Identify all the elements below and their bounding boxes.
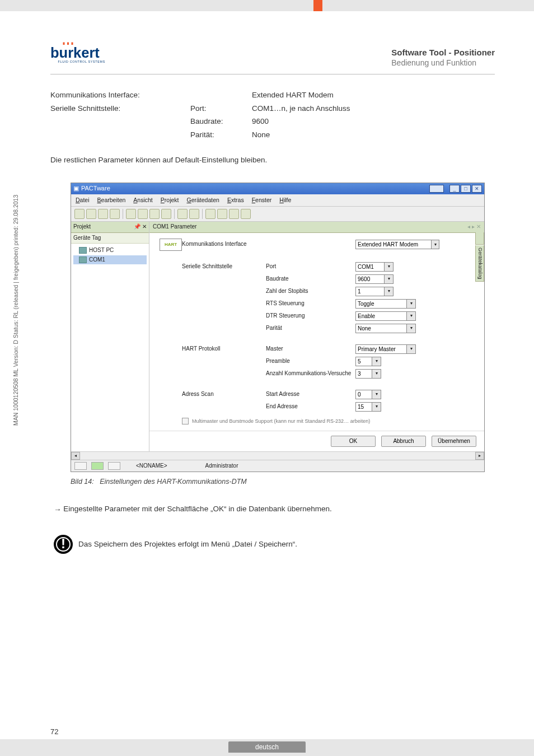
chevron-down-icon[interactable]: ▾ bbox=[385, 274, 394, 284]
intro-port-label: Port: bbox=[190, 103, 252, 114]
hart-icon: HART bbox=[160, 239, 182, 251]
toolbar-button[interactable] bbox=[229, 209, 239, 219]
menu-fenster[interactable]: Fenster bbox=[252, 196, 272, 204]
field-end[interactable]: ▾ bbox=[355, 402, 439, 412]
field-retries[interactable]: ▾ bbox=[355, 369, 439, 379]
horizontal-scrollbar[interactable]: ◂ ▸ bbox=[71, 451, 484, 460]
menu-datei[interactable]: Datei bbox=[76, 196, 90, 204]
toolbar-button[interactable] bbox=[205, 209, 216, 219]
chevron-down-icon[interactable]: ▾ bbox=[407, 311, 416, 321]
status-noname: <NONAME> bbox=[136, 462, 167, 470]
intro-note: Die restlichen Parameter können auf Defa… bbox=[50, 155, 495, 166]
chevron-down-icon[interactable]: ▾ bbox=[372, 390, 381, 399]
toolbar-button[interactable] bbox=[177, 209, 188, 219]
intro-serial-label: Serielle Schnittstelle: bbox=[50, 103, 190, 114]
menu-bearbeiten[interactable]: Bearbeiten bbox=[97, 196, 126, 204]
chevron-down-icon[interactable]: ▾ bbox=[407, 299, 416, 309]
toolbar-button[interactable] bbox=[217, 209, 227, 219]
label-preamble: Preamble bbox=[266, 357, 355, 366]
menu-ansicht[interactable]: Ansicht bbox=[133, 196, 152, 204]
chevron-down-icon[interactable]: ▾ bbox=[385, 287, 394, 296]
multimaster-checkbox-row[interactable]: Multimaster und Burstmode Support (kann … bbox=[182, 418, 439, 425]
status-role: Administrator bbox=[205, 462, 238, 470]
scroll-left-icon[interactable]: ◂ bbox=[71, 452, 80, 460]
project-tree-panel: Projekt📌 ✕ Geräte Tag HOST PC COM1 bbox=[71, 222, 149, 451]
app-icon: ▣ bbox=[73, 184, 79, 193]
status-indicator-icon bbox=[74, 462, 87, 470]
group-serial: Serielle Schnittstelle bbox=[182, 263, 266, 271]
abbruch-button[interactable]: Abbruch bbox=[381, 436, 426, 447]
checkbox-icon[interactable] bbox=[182, 418, 189, 424]
field-rts[interactable]: ▾ bbox=[355, 299, 439, 309]
printer-icon[interactable] bbox=[429, 185, 444, 193]
figure-caption: Bild 14: Einstellungen des HART-Kommunik… bbox=[71, 477, 495, 487]
toolbar-button[interactable] bbox=[138, 209, 148, 219]
label-rts: RTS Steuerung bbox=[266, 300, 355, 308]
chevron-down-icon[interactable]: ▾ bbox=[372, 357, 381, 366]
field-parity[interactable]: ▾ bbox=[355, 324, 439, 333]
field-master[interactable]: ▾ bbox=[355, 344, 439, 354]
label-port: Port bbox=[266, 263, 355, 271]
menu-geraetedaten[interactable]: Gerätedaten bbox=[187, 196, 219, 204]
toolbar-button[interactable] bbox=[126, 209, 136, 219]
scroll-right-icon[interactable]: ▸ bbox=[475, 452, 484, 460]
chevron-down-icon[interactable]: ▾ bbox=[407, 344, 416, 354]
catalog-toggle-icon[interactable] bbox=[475, 232, 484, 245]
brand-logo: burkert FLUID CONTROL SYSTEMS bbox=[50, 39, 134, 67]
title-bar[interactable]: ▣PACTware _ □ ✕ bbox=[71, 183, 484, 194]
chevron-down-icon[interactable]: ▾ bbox=[372, 402, 381, 412]
toolbar-button[interactable] bbox=[161, 209, 171, 219]
tree-item-hostpc[interactable]: HOST PC bbox=[73, 246, 147, 255]
toolbar-button[interactable] bbox=[74, 209, 85, 219]
toolbar-button[interactable] bbox=[189, 209, 199, 219]
header-right: Software Tool - Positioner Bedienung und… bbox=[391, 48, 495, 67]
label-master: Master bbox=[266, 345, 355, 353]
menu-extras[interactable]: Extras bbox=[227, 196, 244, 204]
uebernehmen-button[interactable]: Übernehmen bbox=[432, 436, 476, 447]
page-number: 72 bbox=[50, 727, 58, 736]
toolbar-button[interactable] bbox=[110, 209, 120, 219]
field-stop[interactable]: ▾ bbox=[355, 287, 439, 296]
top-bar bbox=[0, 0, 534, 11]
field-preamble[interactable]: ▾ bbox=[355, 357, 439, 366]
chevron-down-icon[interactable]: ▾ bbox=[372, 369, 381, 379]
intro-iface-label: Kommunikations Interface: bbox=[50, 90, 190, 101]
side-metadata: MAN 1000120508 ML Version: D Status: RL … bbox=[12, 195, 19, 426]
label-start: Start Adresse bbox=[266, 390, 355, 399]
arrow-icon: → bbox=[54, 504, 62, 515]
ok-button[interactable]: OK bbox=[331, 436, 376, 447]
main-panel: COM1 Parameter◂ ▸ ✕ Gerätekatalog HART K… bbox=[149, 222, 484, 451]
menu-hilfe[interactable]: Hilfe bbox=[279, 196, 291, 204]
toolbar-button[interactable] bbox=[241, 209, 251, 219]
tree-pin-icon[interactable]: 📌 ✕ bbox=[134, 223, 147, 231]
note-box: ! Das Speichern des Projektes erfolgt im… bbox=[54, 535, 495, 554]
step-text: Eingestellte Parameter mit der Schaltflä… bbox=[63, 505, 332, 513]
chevron-down-icon[interactable]: ▾ bbox=[385, 262, 394, 272]
intro-par-value: None bbox=[252, 129, 495, 141]
field-start[interactable]: ▾ bbox=[355, 390, 439, 399]
tab-nav-icons[interactable]: ◂ ▸ ✕ bbox=[467, 223, 481, 231]
status-indicator-icon bbox=[108, 462, 120, 470]
maximize-button[interactable]: □ bbox=[461, 185, 471, 193]
minimize-button[interactable]: _ bbox=[449, 185, 460, 193]
intro-baud-value: 9600 bbox=[252, 116, 495, 127]
doc-title: Software Tool - Positioner bbox=[391, 48, 495, 57]
close-button[interactable]: ✕ bbox=[472, 185, 482, 193]
field-interface[interactable]: ▾ bbox=[355, 240, 439, 249]
chevron-down-icon[interactable]: ▾ bbox=[432, 240, 439, 249]
chevron-down-icon[interactable]: ▾ bbox=[407, 324, 416, 333]
toolbar-button[interactable] bbox=[86, 209, 96, 219]
note-text: Das Speichern des Projektes erfolgt im M… bbox=[78, 539, 297, 550]
catalog-tab[interactable]: Gerätekatalog bbox=[475, 245, 484, 282]
intro-params: Kommunikations Interface: Extended HART … bbox=[50, 90, 495, 140]
label-retries: Anzahl Kommunikations-Versuche bbox=[266, 370, 355, 378]
main-tab-title[interactable]: COM1 Parameter bbox=[153, 223, 196, 231]
tree-item-com1[interactable]: COM1 bbox=[73, 255, 147, 265]
field-dtr[interactable]: ▾ bbox=[355, 311, 439, 321]
toolbar-button[interactable] bbox=[149, 209, 160, 219]
menu-projekt[interactable]: Projekt bbox=[161, 196, 179, 204]
field-baud[interactable]: ▾ bbox=[355, 274, 439, 284]
field-port[interactable]: ▾ bbox=[355, 262, 439, 272]
footer-language: deutsch bbox=[228, 741, 306, 753]
toolbar-button[interactable] bbox=[98, 209, 108, 219]
